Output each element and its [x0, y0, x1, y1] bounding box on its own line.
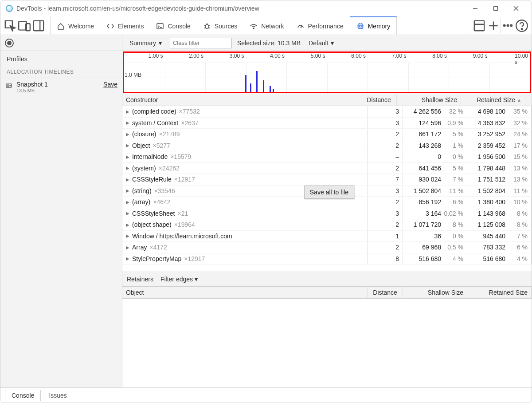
expand-icon[interactable]: ▶ [126, 166, 129, 170]
chevron-down-icon: ▾ [195, 276, 198, 283]
r-header-retained[interactable]: Retained Size [467, 287, 532, 298]
expand-icon[interactable]: ▶ [126, 233, 129, 238]
shallow-pct: 6 % [443, 198, 463, 205]
shallow-pct: 4 % [443, 255, 463, 262]
expand-icon[interactable]: ▶ [126, 177, 129, 182]
allocation-bar[interactable] [256, 71, 258, 92]
expand-icon[interactable]: ▶ [126, 211, 129, 216]
expand-icon[interactable]: ▶ [126, 188, 129, 193]
expand-icon[interactable]: ▶ [126, 132, 129, 137]
constructor-count: ×5277 [153, 142, 170, 149]
tab-performance[interactable]: Performance [290, 16, 350, 35]
header-retained[interactable]: Retained Size▲ [461, 94, 525, 106]
table-row[interactable]: ▶CSSStyleRule ×129177930 0247 %1 751 512… [122, 174, 532, 186]
tab-label: Performance [308, 23, 344, 30]
table-row[interactable]: ▶system / Context ×26373124 5960.9 %4 36… [122, 118, 532, 129]
header-constructor[interactable]: Constructor [122, 94, 361, 106]
allocation-bar[interactable] [263, 80, 264, 92]
allocation-bar[interactable] [245, 75, 246, 92]
table-row[interactable]: ▶(array) ×46422856 1926 %1 380 40010 % [122, 197, 532, 208]
allocation-bar[interactable] [270, 86, 271, 92]
table-row[interactable]: ▶CSSStyleSheet ×2133 1640.02 %1 143 9688… [122, 208, 532, 220]
header-distance[interactable]: Distance [361, 94, 397, 106]
more-icon[interactable] [501, 19, 515, 33]
svg-rect-9 [157, 24, 163, 29]
filter-edges-dropdown[interactable]: Filter edges ▾ [160, 276, 198, 283]
drawer-tab-issues[interactable]: Issues [43, 390, 73, 401]
expand-icon[interactable]: ▶ [126, 154, 129, 159]
svg-point-21 [510, 25, 512, 27]
dock-side-icon[interactable] [31, 19, 46, 33]
expand-icon[interactable]: ▶ [126, 245, 129, 250]
class-filter-input[interactable] [170, 38, 232, 48]
tab-label: Console [168, 23, 190, 30]
table-row[interactable]: ▶Window / https://learn.microsoft.com 13… [122, 231, 532, 242]
timeline-tick: 2.00 s [189, 53, 205, 59]
shallow-size: 661 172 [409, 130, 441, 138]
device-toggle-icon[interactable] [17, 19, 31, 33]
help-icon[interactable] [515, 19, 529, 33]
table-row[interactable]: ▶(compiled code) ×7753234 262 55632 %4 6… [122, 106, 532, 118]
table-row[interactable]: ▶(string) ×3354631 502 80411 %1 502 8041… [122, 186, 532, 197]
expand-icon[interactable]: ▶ [126, 222, 129, 227]
console-icon [156, 22, 164, 30]
distance-cell: 2 [368, 163, 403, 174]
shallow-size: 69 968 [409, 244, 441, 251]
tab-network[interactable]: Network [243, 16, 290, 35]
table-row[interactable]: ▶StylePropertyMap ×129178516 6804 %516 6… [122, 253, 532, 265]
table-row[interactable]: ▶InternalNode ×15579–00 %1 956 50015 % [122, 151, 532, 163]
window-close-button[interactable] [506, 1, 526, 16]
table-row[interactable]: ▶Object ×52772143 2681 %2 359 45217 % [122, 140, 532, 152]
retained-size: 4 363 832 [473, 119, 505, 126]
tab-console[interactable]: Console [150, 16, 196, 35]
snapshot-item[interactable]: Snapshot 1 13.5 MB Save [0, 78, 122, 96]
retainers-panel: Retainers Filter edges ▾ Object Distance… [122, 272, 532, 387]
expand-icon[interactable]: ▶ [126, 109, 129, 114]
r-header-shallow[interactable]: Shallow Size [403, 287, 467, 298]
tab-elements[interactable]: Elements [100, 16, 150, 35]
expand-icon[interactable]: ▶ [126, 200, 129, 205]
retained-pct: 10 % [507, 198, 528, 205]
allocation-bar[interactable] [273, 89, 274, 92]
allocation-timeline[interactable]: 1.00 s2.00 s3.00 s4.00 s5.00 s6.00 s7.00… [123, 51, 531, 93]
table-row[interactable]: ▶(system) ×242622641 4565 %1 798 44813 % [122, 163, 532, 174]
shallow-size: 36 [409, 233, 441, 240]
expand-icon[interactable]: ▶ [126, 120, 129, 125]
constructor-count: ×12917 [174, 176, 195, 183]
tab-welcome[interactable]: Welcome [51, 16, 100, 35]
expand-icon[interactable]: ▶ [126, 256, 129, 261]
record-button[interactable] [5, 39, 14, 47]
window-minimize-button[interactable] [465, 1, 485, 16]
tab-memory[interactable]: Memory [350, 16, 397, 35]
allocation-bar[interactable] [250, 83, 251, 92]
r-header-distance[interactable]: Distance [368, 287, 403, 298]
panel-layout-icon[interactable] [472, 19, 486, 33]
snapshot-save-link[interactable]: Save [103, 81, 117, 88]
inspect-element-icon[interactable] [3, 19, 17, 33]
svg-point-19 [504, 25, 505, 27]
retainers-header-row: Object Distance Shallow Size Retained Si… [122, 286, 532, 299]
shallow-pct: 0.5 % [443, 244, 463, 251]
table-row[interactable]: ▶(closure) ×217892661 1725 %3 252 95224 … [122, 129, 532, 140]
shallow-pct: 0 % [443, 153, 463, 160]
tab-sources[interactable]: Sources [197, 16, 243, 35]
drawer-tab-console[interactable]: Console [5, 390, 41, 401]
summary-dropdown[interactable]: Summary ▾ [127, 39, 164, 47]
expand-icon[interactable]: ▶ [126, 143, 129, 148]
r-header-object[interactable]: Object [122, 287, 368, 298]
retained-size: 1 380 400 [473, 198, 505, 205]
timeline-tick: 7.00 s [392, 53, 408, 59]
table-row[interactable]: ▶Array ×4172269 9680.5 %783 3326 % [122, 242, 532, 253]
header-shallow[interactable]: Shallow Size [397, 94, 461, 106]
table-row[interactable]: ▶(object shape) ×1996421 071 7208 %1 125… [122, 219, 532, 231]
shallow-pct: 5 % [443, 165, 463, 172]
retained-pct: 6 % [507, 244, 528, 251]
default-dropdown[interactable]: Default ▾ [306, 39, 336, 47]
window-maximize-button[interactable] [485, 1, 506, 16]
retained-pct: 35 % [507, 108, 528, 115]
add-tab-icon[interactable] [486, 19, 501, 33]
shallow-pct: 7 % [443, 176, 463, 183]
svg-point-20 [507, 25, 509, 27]
window-title: DevTools - learn.microsoft.com/en-us/mic… [16, 5, 465, 12]
retained-pct: 8 % [507, 221, 528, 228]
